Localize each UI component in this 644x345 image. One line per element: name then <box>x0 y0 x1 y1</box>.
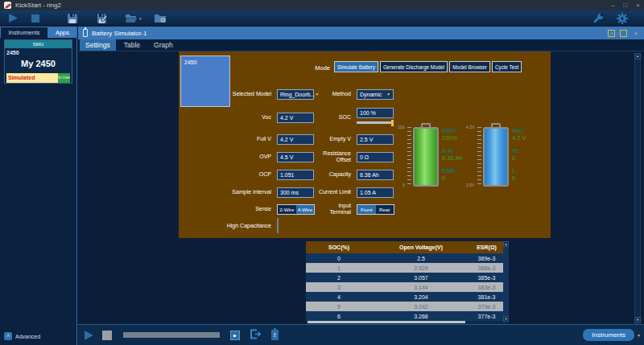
sense-label: Sense <box>182 206 274 212</box>
sense-2wire-option[interactable]: 2-Wire <box>278 205 296 214</box>
input-terminal-label: Input Terminal <box>317 203 353 216</box>
battery-tab-icon <box>83 29 88 37</box>
terminal-rear-option[interactable]: Rear <box>376 205 394 214</box>
full-v-field[interactable]: 4.2 V <box>277 134 314 145</box>
capacity-field[interactable]: 6.36 Ah <box>357 170 394 180</box>
view-tabs: Settings Table Graph <box>78 39 644 51</box>
chevron-up-icon[interactable]: ^ <box>4 332 12 340</box>
folder-settings-button[interactable] <box>154 13 167 23</box>
mode-cycle-test[interactable]: Cycle Test <box>492 61 522 72</box>
wrench-icon[interactable] <box>592 13 604 24</box>
battery-status-icon[interactable]: ! <box>271 330 279 340</box>
col-soc: SOC(%) <box>306 241 372 253</box>
tab-graph[interactable]: Graph <box>148 39 179 51</box>
run-script-icon[interactable]: ▶ <box>230 331 240 340</box>
slider-handle[interactable] <box>391 120 394 126</box>
in-use-badge: In Use <box>58 73 70 83</box>
table-hscrollbar[interactable] <box>308 321 465 323</box>
scroll-up-icon[interactable]: ▲ <box>503 241 509 247</box>
method-dropdown[interactable]: Dynamic ▼ <box>357 89 394 100</box>
play-button[interactable] <box>85 331 93 340</box>
table-row[interactable]: 5 3.242 379e-3 <box>306 302 509 311</box>
scroll-down-icon[interactable]: ▼ <box>634 317 641 323</box>
stop-button[interactable] <box>31 14 40 23</box>
sample-interval-field[interactable]: 300 ms <box>277 187 314 198</box>
soc-label: SOC <box>317 114 353 121</box>
run-button[interactable] <box>8 13 19 23</box>
high-capacitance-label: High Capacitance <box>182 223 274 229</box>
instrument-model: 2450 <box>6 50 70 55</box>
charge-scale-ticks <box>407 127 411 187</box>
table-row[interactable]: 1 2.929 386e-3 <box>306 263 509 273</box>
scroll-down-icon[interactable]: ▼ <box>503 316 509 322</box>
capacity-label: Capacity <box>317 171 353 178</box>
charge-battery-gauge <box>413 127 439 187</box>
resistance-offset-label: Resistance Offset <box>317 150 353 164</box>
tab-table[interactable]: Table <box>118 39 146 51</box>
mode-model-browser[interactable]: Model Browser <box>449 61 490 72</box>
soc-slider[interactable] <box>357 120 394 127</box>
charge-scale-bottom: 0 <box>402 183 405 187</box>
scroll-up-icon[interactable]: ▲ <box>634 53 641 60</box>
stop-button[interactable] <box>102 331 112 340</box>
table-row[interactable]: 3 3.144 383e-3 <box>306 282 509 292</box>
close-icon[interactable]: × <box>636 2 640 9</box>
settings-panel: 2450 Mode Simulate Battery Generate Disc… <box>179 51 551 238</box>
sense-toggle: 2-Wire 4-Wire <box>277 204 315 215</box>
gear-icon[interactable] <box>617 13 628 24</box>
sidebar-tab-instruments[interactable]: Instruments <box>0 27 48 38</box>
table-scrollbar[interactable]: ▲ ▼ <box>503 241 509 322</box>
main-scrollbar[interactable]: ▲ ▼ <box>634 53 641 323</box>
ovp-field[interactable]: 4.5 V <box>277 152 314 162</box>
resistance-offset-field[interactable]: 0 Ω <box>357 152 394 162</box>
progress-bar <box>123 332 220 338</box>
ocp-field[interactable]: 1.051 <box>277 170 314 180</box>
voltage-scale-top: 4.2V <box>466 125 474 129</box>
voltage-battery-gauge <box>483 127 509 187</box>
document-tab-title[interactable]: Battery Simulator-1 <box>92 30 147 37</box>
full-v-label: Full V <box>182 136 274 142</box>
sidebar-tab-apps[interactable]: Apps <box>48 27 76 38</box>
table-row[interactable]: 6 3.268 377e-3 <box>306 311 509 321</box>
voc-label: Voc <box>182 114 274 121</box>
mode-generate-discharge-model[interactable]: Generate Discharge Model <box>380 61 448 72</box>
save-button[interactable] <box>67 13 78 24</box>
chevron-down-icon[interactable]: ▼ <box>637 333 641 338</box>
terminal-front-option[interactable]: Front <box>357 205 376 214</box>
slider-track <box>357 121 392 124</box>
charge-scale-top: 100 <box>398 125 404 129</box>
maximize-icon[interactable] <box>620 30 627 37</box>
instrument-type: SMU <box>5 40 72 48</box>
advanced-toggle[interactable]: ^ Advanced <box>4 332 40 340</box>
current-limit-field[interactable]: 1.05 A <box>357 187 394 198</box>
chevron-down-icon: ▼ <box>386 92 390 97</box>
open-dropdown-caret-icon[interactable]: ▾ <box>139 16 142 21</box>
close-tab-icon[interactable]: × <box>632 30 639 37</box>
instruments-button[interactable]: Instruments <box>583 329 634 341</box>
voltage-readouts: Voc: 4.2 V Vt: 0 I: 0 <box>512 127 555 187</box>
slider-ticks <box>358 125 390 127</box>
save-as-button[interactable] <box>97 13 108 24</box>
export-icon[interactable] <box>250 328 262 343</box>
table-row[interactable]: 0 2.5 389e-3 <box>306 253 509 263</box>
mode-simulate-battery[interactable]: Simulate Battery <box>334 61 378 72</box>
high-capacitance-checkbox[interactable] <box>277 218 279 233</box>
sense-4wire-option[interactable]: 4-Wire <box>296 205 315 214</box>
restore-icon[interactable]: □ <box>623 2 627 9</box>
voc-field[interactable]: 4.2 V <box>277 113 314 123</box>
table-row[interactable]: 4 3.204 381e-3 <box>306 292 509 302</box>
popout-icon[interactable]: ↗ <box>608 30 615 37</box>
instrument-card[interactable]: SMU 2450 My 2450 Simulated In Use <box>4 39 72 84</box>
minimize-icon[interactable]: – <box>611 2 614 9</box>
mode-label: Mode <box>266 64 330 72</box>
table-row[interactable]: 2 3.057 385e-3 <box>306 273 509 282</box>
tab-settings[interactable]: Settings <box>80 39 116 51</box>
soc-field[interactable]: 100 % <box>357 108 394 118</box>
advanced-label: Advanced <box>15 334 40 339</box>
empty-v-field[interactable]: 2.5 V <box>357 134 394 145</box>
sidebar: Instruments Apps SMU 2450 My 2450 Simula… <box>0 27 77 345</box>
battery-cap <box>421 123 431 129</box>
open-button[interactable]: ▾ <box>125 14 142 23</box>
selected-model-dropdown[interactable]: Ring_Doorb... ▼ <box>277 89 314 100</box>
status-badge: Simulated <box>6 73 58 83</box>
